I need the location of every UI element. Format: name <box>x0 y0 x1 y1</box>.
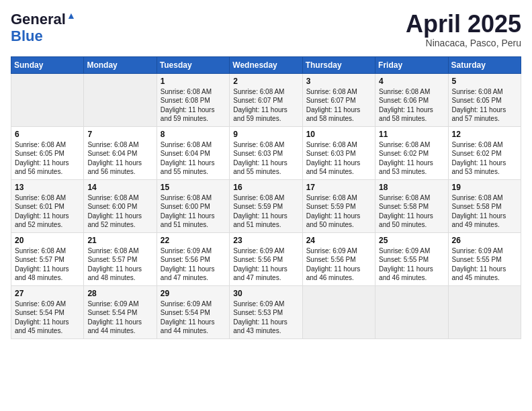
day-info: Sunrise: 6:09 AM Sunset: 5:54 PM Dayligh… <box>87 300 152 336</box>
day-info: Sunrise: 6:08 AM Sunset: 6:08 PM Dayligh… <box>161 87 226 124</box>
calendar-cell: 12Sunrise: 6:08 AM Sunset: 6:02 PM Dayli… <box>448 126 521 179</box>
calendar-cell: 10Sunrise: 6:08 AM Sunset: 6:03 PM Dayli… <box>302 126 375 179</box>
calendar-cell: 11Sunrise: 6:08 AM Sunset: 6:02 PM Dayli… <box>375 126 448 179</box>
calendar-cell: 22Sunrise: 6:09 AM Sunset: 5:56 PM Dayli… <box>157 232 229 285</box>
weekday-header: Thursday <box>302 56 375 73</box>
calendar-header-row: SundayMondayTuesdayWednesdayThursdayFrid… <box>11 56 521 73</box>
day-info: Sunrise: 6:08 AM Sunset: 6:04 PM Dayligh… <box>161 140 226 177</box>
day-number: 8 <box>161 130 226 139</box>
calendar-cell: 19Sunrise: 6:08 AM Sunset: 5:58 PM Dayli… <box>448 179 521 232</box>
logo: General▲ Blue <box>11 11 76 44</box>
day-info: Sunrise: 6:09 AM Sunset: 5:54 PM Dayligh… <box>15 300 80 336</box>
calendar-cell: 29Sunrise: 6:09 AM Sunset: 5:54 PM Dayli… <box>157 285 229 338</box>
calendar-cell: 6Sunrise: 6:08 AM Sunset: 6:05 PM Daylig… <box>11 126 84 179</box>
calendar-cell: 5Sunrise: 6:08 AM Sunset: 6:05 PM Daylig… <box>448 73 521 126</box>
day-info: Sunrise: 6:09 AM Sunset: 5:55 PM Dayligh… <box>452 246 517 283</box>
day-number: 9 <box>233 130 298 139</box>
day-info: Sunrise: 6:08 AM Sunset: 6:02 PM Dayligh… <box>452 140 517 177</box>
day-info: Sunrise: 6:08 AM Sunset: 5:57 PM Dayligh… <box>87 246 152 283</box>
calendar-cell: 14Sunrise: 6:08 AM Sunset: 6:00 PM Dayli… <box>84 179 157 232</box>
weekday-header: Saturday <box>448 56 521 73</box>
day-info: Sunrise: 6:08 AM Sunset: 5:59 PM Dayligh… <box>233 193 298 230</box>
day-number: 19 <box>452 183 517 192</box>
day-number: 20 <box>15 236 80 245</box>
title-block: April 2025 Ninacaca, Pasco, Peru <box>406 11 521 48</box>
day-info: Sunrise: 6:08 AM Sunset: 6:05 PM Dayligh… <box>15 140 80 177</box>
weekday-header: Wednesday <box>230 56 302 73</box>
calendar-cell: 3Sunrise: 6:08 AM Sunset: 6:07 PM Daylig… <box>302 73 375 126</box>
day-number: 5 <box>452 77 517 86</box>
day-info: Sunrise: 6:08 AM Sunset: 6:06 PM Dayligh… <box>379 87 444 124</box>
day-info: Sunrise: 6:08 AM Sunset: 6:05 PM Dayligh… <box>452 87 517 124</box>
day-info: Sunrise: 6:08 AM Sunset: 6:07 PM Dayligh… <box>306 87 371 124</box>
calendar-cell <box>84 73 157 126</box>
location-subtitle: Ninacaca, Pasco, Peru <box>406 38 521 48</box>
day-info: Sunrise: 6:08 AM Sunset: 6:07 PM Dayligh… <box>233 87 298 124</box>
day-info: Sunrise: 6:08 AM Sunset: 5:58 PM Dayligh… <box>452 193 517 230</box>
day-number: 18 <box>379 183 444 192</box>
day-number: 29 <box>161 289 226 298</box>
day-info: Sunrise: 6:08 AM Sunset: 6:03 PM Dayligh… <box>306 140 371 177</box>
calendar-week-row: 1Sunrise: 6:08 AM Sunset: 6:08 PM Daylig… <box>11 73 521 126</box>
day-number: 2 <box>233 77 298 86</box>
month-title: April 2025 <box>406 11 521 38</box>
calendar-cell <box>302 285 375 338</box>
day-info: Sunrise: 6:09 AM Sunset: 5:53 PM Dayligh… <box>233 300 298 336</box>
calendar-cell: 27Sunrise: 6:09 AM Sunset: 5:54 PM Dayli… <box>11 285 84 338</box>
day-info: Sunrise: 6:08 AM Sunset: 6:00 PM Dayligh… <box>161 193 226 230</box>
calendar-table: SundayMondayTuesdayWednesdayThursdayFrid… <box>11 56 521 339</box>
day-info: Sunrise: 6:08 AM Sunset: 5:58 PM Dayligh… <box>379 193 444 230</box>
calendar-cell: 26Sunrise: 6:09 AM Sunset: 5:55 PM Dayli… <box>448 232 521 285</box>
calendar-cell: 8Sunrise: 6:08 AM Sunset: 6:04 PM Daylig… <box>157 126 229 179</box>
weekday-header: Friday <box>375 56 448 73</box>
day-info: Sunrise: 6:09 AM Sunset: 5:54 PM Dayligh… <box>161 300 226 336</box>
calendar-cell: 21Sunrise: 6:08 AM Sunset: 5:57 PM Dayli… <box>84 232 157 285</box>
logo-blue: Blue <box>11 28 43 44</box>
day-number: 28 <box>87 289 152 298</box>
day-number: 11 <box>379 130 444 139</box>
page-header: General▲ Blue April 2025 Ninacaca, Pasco… <box>11 11 521 48</box>
calendar-cell: 23Sunrise: 6:09 AM Sunset: 5:56 PM Dayli… <box>230 232 302 285</box>
calendar-cell: 2Sunrise: 6:08 AM Sunset: 6:07 PM Daylig… <box>230 73 302 126</box>
day-number: 14 <box>87 183 152 192</box>
calendar-cell: 9Sunrise: 6:08 AM Sunset: 6:03 PM Daylig… <box>230 126 302 179</box>
day-number: 10 <box>306 130 371 139</box>
day-number: 12 <box>452 130 517 139</box>
day-info: Sunrise: 6:09 AM Sunset: 5:56 PM Dayligh… <box>161 246 226 283</box>
day-info: Sunrise: 6:09 AM Sunset: 5:56 PM Dayligh… <box>306 246 371 283</box>
day-number: 26 <box>452 236 517 245</box>
calendar-cell: 1Sunrise: 6:08 AM Sunset: 6:08 PM Daylig… <box>157 73 229 126</box>
calendar-cell: 7Sunrise: 6:08 AM Sunset: 6:04 PM Daylig… <box>84 126 157 179</box>
day-number: 13 <box>15 183 80 192</box>
calendar-week-row: 13Sunrise: 6:08 AM Sunset: 6:01 PM Dayli… <box>11 179 521 232</box>
calendar-cell: 18Sunrise: 6:08 AM Sunset: 5:58 PM Dayli… <box>375 179 448 232</box>
day-info: Sunrise: 6:08 AM Sunset: 6:00 PM Dayligh… <box>87 193 152 230</box>
calendar-cell: 17Sunrise: 6:08 AM Sunset: 5:59 PM Dayli… <box>302 179 375 232</box>
day-info: Sunrise: 6:08 AM Sunset: 5:57 PM Dayligh… <box>15 246 80 283</box>
day-number: 21 <box>87 236 152 245</box>
day-number: 22 <box>161 236 226 245</box>
weekday-header: Tuesday <box>157 56 229 73</box>
day-info: Sunrise: 6:09 AM Sunset: 5:55 PM Dayligh… <box>379 246 444 283</box>
calendar-cell: 16Sunrise: 6:08 AM Sunset: 5:59 PM Dayli… <box>230 179 302 232</box>
calendar-cell <box>375 285 448 338</box>
calendar-cell <box>448 285 521 338</box>
day-info: Sunrise: 6:08 AM Sunset: 6:02 PM Dayligh… <box>379 140 444 177</box>
weekday-header: Sunday <box>11 56 84 73</box>
calendar-cell: 30Sunrise: 6:09 AM Sunset: 5:53 PM Dayli… <box>230 285 302 338</box>
logo-text: General▲ <box>11 11 76 28</box>
calendar-week-row: 20Sunrise: 6:08 AM Sunset: 5:57 PM Dayli… <box>11 232 521 285</box>
day-number: 15 <box>161 183 226 192</box>
day-info: Sunrise: 6:08 AM Sunset: 6:03 PM Dayligh… <box>233 140 298 177</box>
calendar-cell: 15Sunrise: 6:08 AM Sunset: 6:00 PM Dayli… <box>157 179 229 232</box>
day-number: 3 <box>306 77 371 86</box>
day-info: Sunrise: 6:09 AM Sunset: 5:56 PM Dayligh… <box>233 246 298 283</box>
day-number: 17 <box>306 183 371 192</box>
day-number: 27 <box>15 289 80 298</box>
day-info: Sunrise: 6:08 AM Sunset: 5:59 PM Dayligh… <box>306 193 371 230</box>
day-number: 6 <box>15 130 80 139</box>
calendar-cell: 4Sunrise: 6:08 AM Sunset: 6:06 PM Daylig… <box>375 73 448 126</box>
day-number: 30 <box>233 289 298 298</box>
calendar-cell: 20Sunrise: 6:08 AM Sunset: 5:57 PM Dayli… <box>11 232 84 285</box>
day-number: 1 <box>161 77 226 86</box>
